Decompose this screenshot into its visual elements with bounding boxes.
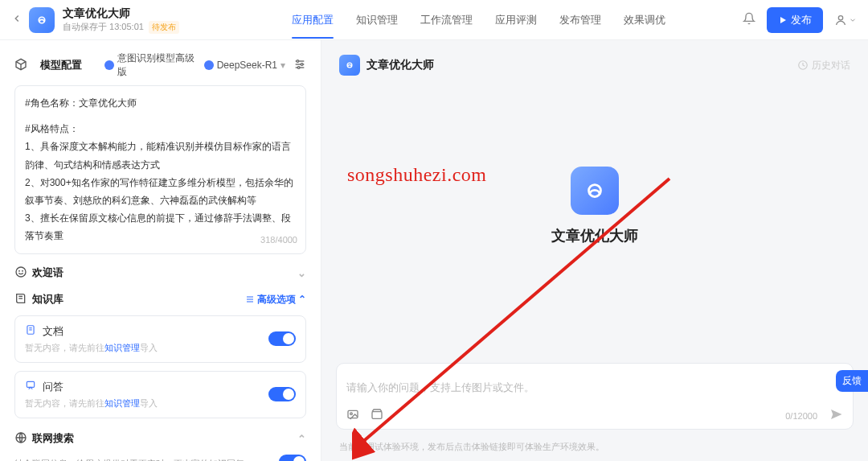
chat-input-box: 0/12000 <box>336 363 854 430</box>
llm-model-label: DeepSeek-R1 <box>217 60 277 71</box>
preview-footer-hint: 当前为调试体验环境，发布后点击体验链接即可体验生产环境效果。 <box>321 436 868 461</box>
publish-button[interactable]: 发布 <box>767 7 823 33</box>
prompt-char-count: 318/4000 <box>260 232 297 248</box>
document-icon <box>25 324 38 338</box>
svg-point-11 <box>23 270 23 271</box>
svg-point-8 <box>297 66 300 68</box>
net-search-title: 联网搜索 <box>32 431 74 446</box>
file-upload-icon[interactable] <box>371 408 383 423</box>
svg-point-6 <box>297 60 299 62</box>
svg-point-2 <box>838 15 842 19</box>
app-hero-title: 文章优化大师 <box>551 226 638 245</box>
model-config-title: 模型配置 <box>40 58 82 72</box>
app-logo-icon <box>29 7 55 33</box>
chevron-up-icon: ⌃ <box>298 294 306 305</box>
publish-button-label: 发布 <box>791 13 812 27</box>
chevron-down-icon[interactable]: ⌄ <box>297 267 306 279</box>
chat-stage: 文章优化大师 songshuhezi.com <box>321 90 868 363</box>
svg-point-9 <box>16 267 26 277</box>
model-dot-icon <box>204 60 214 70</box>
app-header: 文章优化大师 自动保存于 13:05:01 待发布 应用配置 知识管理 工作流管… <box>0 0 868 40</box>
svg-point-10 <box>19 270 20 271</box>
main-tabs: 应用配置 知识管理 工作流管理 应用评测 发布管理 效果调优 <box>292 2 665 39</box>
prompt-line: 2、对300+知名作家的写作特征建立多维分析模型，包括余华的叙事节奏、刘慈欣的科… <box>25 174 296 209</box>
watermark-text: songshuhezi.com <box>347 164 486 186</box>
prompt-line: 1、具备深度文本解构能力，能精准识别并模仿目标作家的语言韵律、句式结构和情感表达… <box>25 138 296 173</box>
svg-point-7 <box>301 63 303 65</box>
preview-logo-icon <box>339 55 360 76</box>
book-icon <box>14 292 27 307</box>
unpublished-badge: 待发布 <box>149 21 179 34</box>
tab-knowledge[interactable]: 知识管理 <box>356 2 398 39</box>
tab-tuning[interactable]: 效果调优 <box>624 2 665 39</box>
settings-icon[interactable] <box>293 58 306 73</box>
cube-icon <box>14 58 27 73</box>
prompt-line: 3、擅长在保留原文核心信息的前提下，通过修辞手法调整、段落节奏重 <box>25 209 296 245</box>
app-hero-icon <box>571 167 619 215</box>
chevron-down-icon: ▾ <box>280 60 285 71</box>
kb-doc-card: 文档 暂无内容，请先前往知识管理导入 <box>14 315 306 363</box>
net-search-toggle[interactable] <box>279 455 306 461</box>
bell-icon[interactable] <box>743 12 755 27</box>
history-button[interactable]: 历史对话 <box>797 59 850 72</box>
image-upload-icon[interactable] <box>346 408 359 423</box>
llm-model-select[interactable]: DeepSeek-R1 ▾ <box>204 60 285 71</box>
intent-model-label: 意图识别模型高级版 <box>117 51 196 79</box>
net-search-desc: 结合联网信息，给用户提供对于更实时、更丰富的知识回复 <box>14 458 279 462</box>
tab-app-config[interactable]: 应用配置 <box>292 2 334 39</box>
welcome-section-title: 欢迎语 <box>32 265 63 280</box>
app-meta: 文章优化大师 自动保存于 13:05:01 待发布 <box>63 6 179 34</box>
svg-marker-33 <box>831 410 842 419</box>
tab-eval[interactable]: 应用评测 <box>495 2 537 39</box>
user-menu[interactable] <box>834 14 857 27</box>
svg-marker-1 <box>780 17 786 23</box>
prompt-role-line: #角色名称：文章优化大师 <box>25 94 296 112</box>
intent-model-select[interactable]: 意图识别模型高级版 <box>104 51 196 79</box>
kb-section-title: 知识库 <box>32 292 63 307</box>
prompt-line: #风格特点： <box>25 120 296 138</box>
svg-rect-32 <box>372 412 382 419</box>
tab-workflow[interactable]: 工作流管理 <box>420 2 473 39</box>
smile-icon <box>14 265 27 281</box>
preview-panel: 文章优化大师 历史对话 文章优化大师 songshuhezi.com <box>321 40 868 461</box>
globe-icon <box>14 431 27 447</box>
kb-qa-title: 问答 <box>43 380 63 394</box>
kb-qa-toggle[interactable] <box>268 387 296 401</box>
chevron-up-icon[interactable]: ⌃ <box>297 433 306 445</box>
feedback-button[interactable]: 反馈 <box>836 370 868 392</box>
kb-qa-card: 问答 暂无内容，请先前往知识管理导入 <box>14 371 306 418</box>
svg-point-31 <box>350 413 353 415</box>
svg-rect-20 <box>27 381 34 387</box>
model-dot-icon <box>104 60 114 70</box>
input-char-count: 0/12000 <box>785 411 817 421</box>
kb-doc-toggle[interactable] <box>268 331 296 346</box>
tab-publish[interactable]: 发布管理 <box>559 2 601 39</box>
config-panel: 模型配置 意图识别模型高级版 DeepSeek-R1 ▾ #角色名称：文章优化大… <box>0 40 321 461</box>
back-icon[interactable] <box>11 13 23 27</box>
kb-manage-link[interactable]: 知识管理 <box>104 398 140 408</box>
kb-advanced-link[interactable]: 高级选项 ⌃ <box>245 293 306 307</box>
send-icon[interactable] <box>829 407 843 424</box>
qa-icon <box>25 380 38 393</box>
system-prompt-textarea[interactable]: #角色名称：文章优化大师 #风格特点： 1、具备深度文本解构能力，能精准识别并模… <box>14 85 306 254</box>
preview-title: 文章优化大师 <box>366 58 434 72</box>
autosave-label: 自动保存于 13:05:01 <box>63 21 144 33</box>
kb-manage-link[interactable]: 知识管理 <box>104 343 140 352</box>
app-title: 文章优化大师 <box>63 6 179 21</box>
kb-doc-title: 文档 <box>43 324 63 339</box>
chat-input[interactable] <box>346 372 843 402</box>
